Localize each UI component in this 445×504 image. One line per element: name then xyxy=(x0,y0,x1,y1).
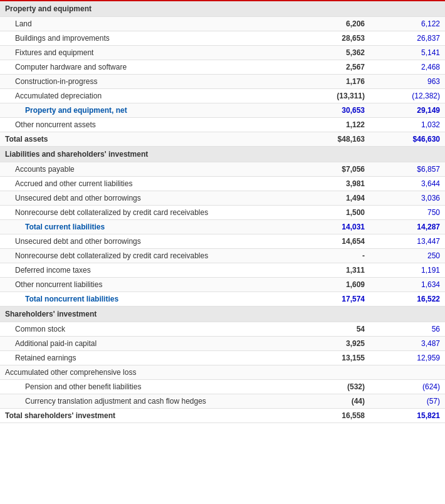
col1-value: 1,176 xyxy=(295,75,370,89)
col1-value: (13,311) xyxy=(295,89,370,103)
col1-value: 1,494 xyxy=(295,191,370,206)
row-label: Total assets xyxy=(0,132,295,147)
row-label: Property and equipment, net xyxy=(0,103,295,118)
col2-value: 2,468 xyxy=(370,60,445,75)
col2-value: 3,487 xyxy=(370,337,445,351)
col2-value: 250 xyxy=(370,249,445,263)
table-row: Total assets $48,163 $46,630 xyxy=(0,132,445,147)
col1-value: 14,654 xyxy=(295,234,370,249)
row-label: Currency translation adjustment and cash… xyxy=(0,394,295,409)
col2-value: 26,837 xyxy=(370,31,445,46)
section-header-label: Liabilities and shareholders' investment xyxy=(0,147,445,162)
table-row: Liabilities and shareholders' investment xyxy=(0,147,445,162)
col1-value: 5,362 xyxy=(295,46,370,60)
table-row: Unsecured debt and other borrowings 14,6… xyxy=(0,234,445,249)
col2-value: $6,857 xyxy=(370,162,445,177)
row-label: Accounts payable xyxy=(0,162,295,177)
table-row: Computer hardware and software 2,567 2,4… xyxy=(0,60,445,75)
table-row: Nonrecourse debt collateralized by credi… xyxy=(0,249,445,263)
col1-value: 2,567 xyxy=(295,60,370,75)
col2-value: $46,630 xyxy=(370,132,445,147)
row-label: Other noncurrent liabilities xyxy=(0,278,295,292)
table-row: Accrued and other current liabilities 3,… xyxy=(0,177,445,191)
table-row: Other noncurrent assets 1,122 1,032 xyxy=(0,118,445,132)
col2-value: 750 xyxy=(370,206,445,220)
table-row: Total noncurrent liabilities 17,574 16,5… xyxy=(0,292,445,307)
row-label: Accumulated other comprehensive loss xyxy=(0,365,445,380)
table-row: Nonrecourse debt collateralized by credi… xyxy=(0,206,445,220)
col1-value: 54 xyxy=(295,322,370,337)
col1-value: 30,653 xyxy=(295,103,370,118)
table-row: Currency translation adjustment and cash… xyxy=(0,394,445,409)
table-row: Common stock 54 56 xyxy=(0,322,445,337)
col2-value: 3,036 xyxy=(370,191,445,206)
table-row: Pension and other benefit liabilities (5… xyxy=(0,380,445,394)
row-label: Other noncurrent assets xyxy=(0,118,295,132)
col1-value: 14,031 xyxy=(295,220,370,234)
table-row: Additional paid-in capital 3,925 3,487 xyxy=(0,337,445,351)
col2-value: 15,821 xyxy=(370,409,445,423)
col1-value: $48,163 xyxy=(295,132,370,147)
row-label: Retained earnings xyxy=(0,351,295,365)
col2-value: 1,032 xyxy=(370,118,445,132)
col1-value: $7,056 xyxy=(295,162,370,177)
table-row: Accumulated other comprehensive loss xyxy=(0,365,445,380)
row-label: Nonrecourse debt collateralized by credi… xyxy=(0,249,295,263)
row-label: Fixtures and equipment xyxy=(0,46,295,60)
row-label: Total noncurrent liabilities xyxy=(0,292,295,307)
col1-value: - xyxy=(295,249,370,263)
col2-value: (12,382) xyxy=(370,89,445,103)
col2-value: 5,141 xyxy=(370,46,445,60)
row-label: Common stock xyxy=(0,322,295,337)
table-row: Other noncurrent liabilities 1,609 1,634 xyxy=(0,278,445,292)
col1-value: 3,925 xyxy=(295,337,370,351)
row-label: Unsecured debt and other borrowings xyxy=(0,191,295,206)
col2-value: 16,522 xyxy=(370,292,445,307)
col1-value: 28,653 xyxy=(295,31,370,46)
col1-value: (44) xyxy=(295,394,370,409)
col2-value: 1,191 xyxy=(370,263,445,278)
row-label: Total shareholders' investment xyxy=(0,409,295,423)
col2-value: 14,287 xyxy=(370,220,445,234)
section-header-label: Property and equipment xyxy=(0,1,445,17)
table-row: Accumulated depreciation (13,311) (12,38… xyxy=(0,89,445,103)
row-label: Computer hardware and software xyxy=(0,60,295,75)
table-row: Property and equipment, net 30,653 29,14… xyxy=(0,103,445,118)
table-row: Property and equipment xyxy=(0,1,445,17)
col1-value: 17,574 xyxy=(295,292,370,307)
col2-value: (624) xyxy=(370,380,445,394)
col2-value: 29,149 xyxy=(370,103,445,118)
col2-value: 3,644 xyxy=(370,177,445,191)
table-row: Land 6,206 6,122 xyxy=(0,17,445,31)
row-label: Total current liabilities xyxy=(0,220,295,234)
table-row: Retained earnings 13,155 12,959 xyxy=(0,351,445,365)
table-row: Deferred income taxes 1,311 1,191 xyxy=(0,263,445,278)
col2-value: 963 xyxy=(370,75,445,89)
row-label: Land xyxy=(0,17,295,31)
row-label: Deferred income taxes xyxy=(0,263,295,278)
table-row: Unsecured debt and other borrowings 1,49… xyxy=(0,191,445,206)
section-header-label: Shareholders' investment xyxy=(0,307,445,322)
col1-value: 1,500 xyxy=(295,206,370,220)
table-row: Fixtures and equipment 5,362 5,141 xyxy=(0,46,445,60)
col2-value: 1,634 xyxy=(370,278,445,292)
col2-value: 13,447 xyxy=(370,234,445,249)
col2-value: 12,959 xyxy=(370,351,445,365)
col1-value: 16,558 xyxy=(295,409,370,423)
table-row: Total current liabilities 14,031 14,287 xyxy=(0,220,445,234)
col1-value: 6,206 xyxy=(295,17,370,31)
table-row: Shareholders' investment xyxy=(0,307,445,322)
row-label: Construction-in-progress xyxy=(0,75,295,89)
financial-table: Property and equipment Land 6,206 6,122 … xyxy=(0,0,445,423)
table-row: Accounts payable $7,056 $6,857 xyxy=(0,162,445,177)
col1-value: 3,981 xyxy=(295,177,370,191)
col1-value: 1,311 xyxy=(295,263,370,278)
row-label: Additional paid-in capital xyxy=(0,337,295,351)
col1-value: 1,122 xyxy=(295,118,370,132)
col2-value: (57) xyxy=(370,394,445,409)
col2-value: 6,122 xyxy=(370,17,445,31)
row-label: Accrued and other current liabilities xyxy=(0,177,295,191)
table-row: Construction-in-progress 1,176 963 xyxy=(0,75,445,89)
col1-value: 13,155 xyxy=(295,351,370,365)
table-row: Total shareholders' investment 16,558 15… xyxy=(0,409,445,423)
